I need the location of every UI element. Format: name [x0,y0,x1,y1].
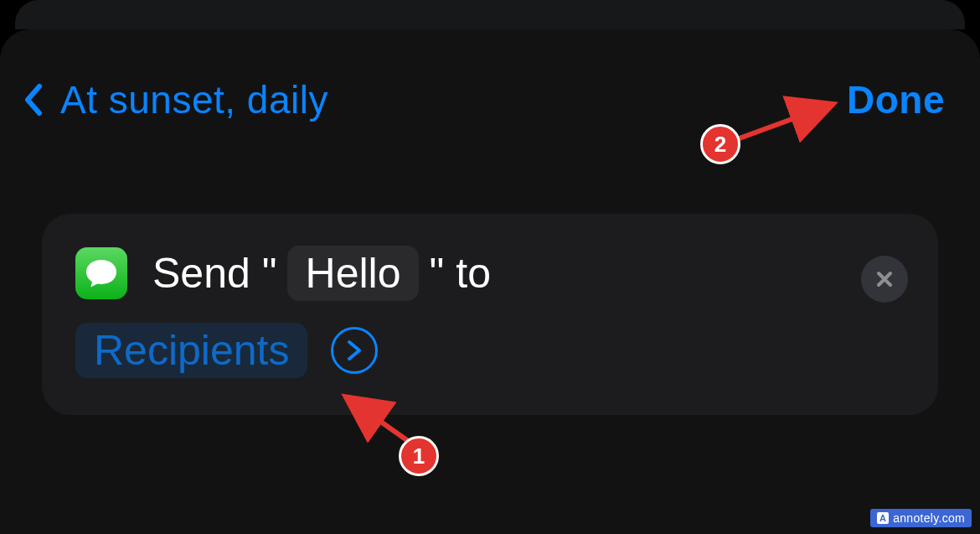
quote-close: " [429,249,444,298]
watermark-text: annotely.com [893,511,965,525]
watermark-icon: A [877,512,889,524]
recipients-placeholder: Recipients [94,326,289,375]
recipients-token[interactable]: Recipients [75,323,307,378]
nav-bar: At sunset, daily Done [0,29,980,130]
close-icon [874,269,895,289]
message-token[interactable]: Hello [287,246,420,301]
action-card: Send " Hello " to Recipients [42,214,938,415]
action-prefix: Send [152,249,250,298]
recipients-row: Recipients [75,301,905,378]
messages-app-icon [75,247,127,299]
chevron-left-icon [20,80,45,119]
done-button[interactable]: Done [847,77,945,122]
chevron-right-icon [345,339,364,362]
back-title: At sunset, daily [60,77,328,122]
stacked-sheet-peek [15,0,965,29]
back-button[interactable]: At sunset, daily [20,77,328,122]
watermark: A annotely.com [870,509,972,527]
expand-button[interactable] [331,327,378,374]
message-token-text: Hello [306,249,401,298]
quote-open: " [262,249,277,298]
modal-sheet: At sunset, daily Done Send " Hello " to … [0,29,980,534]
remove-action-button[interactable] [861,256,908,303]
action-to: to [456,249,491,298]
action-row: Send " Hello " to [75,246,905,301]
